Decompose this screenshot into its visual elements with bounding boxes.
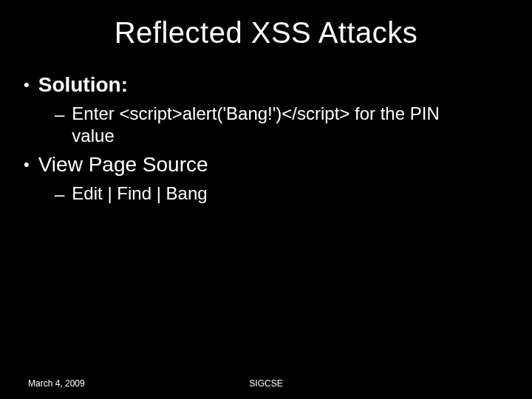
bullet-dash-icon: – xyxy=(55,183,64,206)
bullet-dot-icon: • xyxy=(24,72,30,98)
footer-center: SIGCSE xyxy=(0,378,532,389)
bullet-solution-label: Solution: xyxy=(38,72,128,98)
slide: Reflected XSS Attacks • Solution: – Ente… xyxy=(0,0,532,399)
bullet-dot-icon: • xyxy=(24,151,30,178)
subbullet-edit-find: – Edit | Find | Bang xyxy=(55,183,508,206)
subbullet-enter-script-label: Enter <script>alert('Bang!')</script> fo… xyxy=(72,103,485,147)
subbullet-enter-script: – Enter <script>alert('Bang!')</script> … xyxy=(55,103,508,147)
bullet-view-source-label: View Page Source xyxy=(38,151,208,177)
subbullet-edit-find-label: Edit | Find | Bang xyxy=(72,183,207,205)
bullet-solution: • Solution: xyxy=(24,72,508,98)
slide-title: Reflected XSS Attacks xyxy=(0,0,532,50)
slide-body: • Solution: – Enter <script>alert('Bang!… xyxy=(0,50,532,206)
bullet-view-source: • View Page Source xyxy=(24,151,508,178)
bullet-dash-icon: – xyxy=(55,103,64,126)
